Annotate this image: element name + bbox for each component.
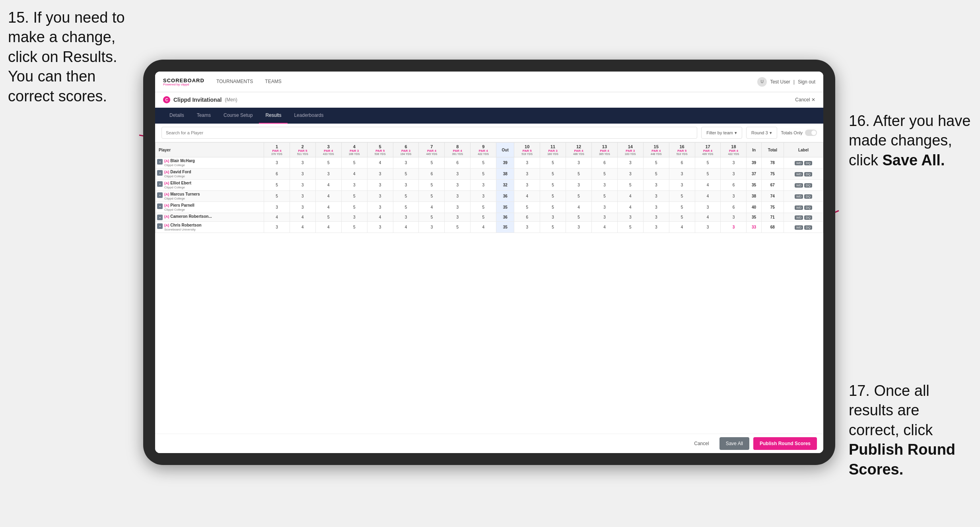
hole-3-score[interactable]: 4 — [315, 180, 341, 191]
hole-16-score[interactable]: 3 — [669, 169, 695, 180]
hole-4-score[interactable]: 3 — [341, 213, 367, 222]
hole-17-score[interactable]: 4 — [695, 180, 721, 191]
hole-18-score[interactable]: 3 — [721, 169, 747, 180]
hole-12-score[interactable]: 4 — [566, 202, 592, 213]
hole-2-score[interactable]: 3 — [290, 202, 315, 213]
hole-10-score[interactable]: 3 — [514, 222, 540, 233]
sub-nav-teams[interactable]: Teams — [191, 108, 217, 124]
hole-16-score[interactable]: 5 — [669, 213, 695, 222]
hole-2-score[interactable]: 3 — [290, 180, 315, 191]
hole-9-score[interactable]: 3 — [471, 191, 496, 202]
hole-2-score[interactable]: 3 — [290, 191, 315, 202]
hole-17-score[interactable]: 3 — [695, 202, 721, 213]
hole-4-score[interactable]: 5 — [341, 157, 367, 169]
hole-4-score[interactable]: 5 — [341, 222, 367, 233]
hole-1-score[interactable]: 4 — [264, 213, 290, 222]
hole-3-score[interactable]: 5 — [315, 213, 341, 222]
hole-18-score[interactable]: 6 — [721, 180, 747, 191]
hole-11-score[interactable]: 5 — [540, 202, 566, 213]
hole-8-score[interactable]: 3 — [445, 191, 471, 202]
wd-label[interactable]: WD — [795, 172, 803, 176]
dq-label[interactable]: DQ — [804, 183, 812, 188]
hole-13-score[interactable]: 3 — [591, 213, 617, 222]
hole-7-score[interactable]: 5 — [419, 180, 445, 191]
wd-label[interactable]: WD — [795, 225, 803, 230]
hole-7-score[interactable]: 5 — [419, 157, 445, 169]
nav-teams[interactable]: TEAMS — [265, 79, 281, 85]
hole-15-score[interactable]: 3 — [643, 222, 669, 233]
hole-11-score[interactable]: 5 — [540, 157, 566, 169]
hole-14-score[interactable]: 3 — [617, 157, 643, 169]
hole-10-score[interactable]: 5 — [514, 202, 540, 213]
hole-9-score[interactable]: 5 — [471, 202, 496, 213]
hole-2-score[interactable]: 3 — [290, 169, 315, 180]
save-all-button[interactable]: Save All — [719, 437, 749, 450]
hole-2-score[interactable]: 4 — [290, 213, 315, 222]
hole-8-score[interactable]: 5 — [445, 222, 471, 233]
dq-label[interactable]: DQ — [804, 215, 812, 220]
sort-icon[interactable]: ≡ — [157, 223, 163, 229]
sub-nav-course-setup[interactable]: Course Setup — [217, 108, 259, 124]
sub-nav-results[interactable]: Results — [259, 108, 288, 124]
hole-14-score[interactable]: 3 — [617, 169, 643, 180]
hole-1-score[interactable]: 5 — [264, 180, 290, 191]
hole-13-score[interactable]: 3 — [591, 180, 617, 191]
hole-5-score[interactable]: 3 — [367, 169, 393, 180]
hole-17-score[interactable]: 5 — [695, 169, 721, 180]
hole-3-score[interactable]: 3 — [315, 169, 341, 180]
hole-16-score[interactable]: 5 — [669, 202, 695, 213]
cancel-tournament-button[interactable]: Cancel ✕ — [795, 97, 815, 103]
filter-by-team-button[interactable]: Filter by team ▾ — [701, 127, 742, 139]
hole-16-score[interactable]: 3 — [669, 180, 695, 191]
hole-18-score[interactable]: 3 — [721, 157, 747, 169]
hole-12-score[interactable]: 5 — [566, 213, 592, 222]
hole-1-score[interactable]: 3 — [264, 202, 290, 213]
hole-11-score[interactable]: 3 — [540, 213, 566, 222]
hole-12-score[interactable]: 3 — [566, 222, 592, 233]
sign-out-link[interactable]: Sign out — [798, 79, 815, 85]
sort-icon[interactable]: ≡ — [157, 203, 163, 209]
hole-9-score[interactable]: 3 — [471, 180, 496, 191]
hole-17-score[interactable]: 4 — [695, 191, 721, 202]
hole-10-score[interactable]: 3 — [514, 180, 540, 191]
hole-4-score[interactable]: 5 — [341, 191, 367, 202]
hole-9-score[interactable]: 5 — [471, 157, 496, 169]
hole-6-score[interactable]: 4 — [393, 222, 419, 233]
sort-icon[interactable]: ≡ — [157, 170, 163, 176]
hole-4-score[interactable]: 3 — [341, 180, 367, 191]
hole-2-score[interactable]: 4 — [290, 222, 315, 233]
hole-15-score[interactable]: 3 — [643, 180, 669, 191]
dq-label[interactable]: DQ — [804, 194, 812, 199]
hole-15-score[interactable]: 5 — [643, 157, 669, 169]
hole-14-score[interactable]: 4 — [617, 202, 643, 213]
hole-10-score[interactable]: 3 — [514, 169, 540, 180]
hole-8-score[interactable]: 3 — [445, 180, 471, 191]
dq-label[interactable]: DQ — [804, 205, 812, 210]
hole-10-score[interactable]: 6 — [514, 213, 540, 222]
hole-14-score[interactable]: 3 — [617, 213, 643, 222]
sub-nav-details[interactable]: Details — [163, 108, 191, 124]
sort-icon[interactable]: ≡ — [157, 159, 163, 165]
sub-nav-leaderboards[interactable]: Leaderboards — [288, 108, 330, 124]
hole-4-score[interactable]: 4 — [341, 169, 367, 180]
hole-13-score[interactable]: 6 — [591, 157, 617, 169]
hole-15-score[interactable]: 3 — [643, 213, 669, 222]
nav-tournaments[interactable]: TOURNAMENTS — [216, 79, 253, 85]
hole-3-score[interactable]: 4 — [315, 202, 341, 213]
hole-7-score[interactable]: 3 — [419, 222, 445, 233]
hole-6-score[interactable]: 3 — [393, 213, 419, 222]
dq-label[interactable]: DQ — [804, 172, 812, 176]
hole-7-score[interactable]: 5 — [419, 191, 445, 202]
hole-9-score[interactable]: 4 — [471, 222, 496, 233]
cancel-button[interactable]: Cancel — [688, 437, 715, 450]
hole-2-score[interactable]: 3 — [290, 157, 315, 169]
hole-13-score[interactable]: 5 — [591, 191, 617, 202]
hole-3-score[interactable]: 5 — [315, 157, 341, 169]
hole-14-score[interactable]: 5 — [617, 180, 643, 191]
hole-5-score[interactable]: 3 — [367, 202, 393, 213]
hole-11-score[interactable]: 5 — [540, 191, 566, 202]
hole-5-score[interactable]: 3 — [367, 191, 393, 202]
toggle-switch[interactable] — [805, 130, 817, 136]
hole-14-score[interactable]: 4 — [617, 191, 643, 202]
wd-label[interactable]: WD — [795, 205, 803, 210]
